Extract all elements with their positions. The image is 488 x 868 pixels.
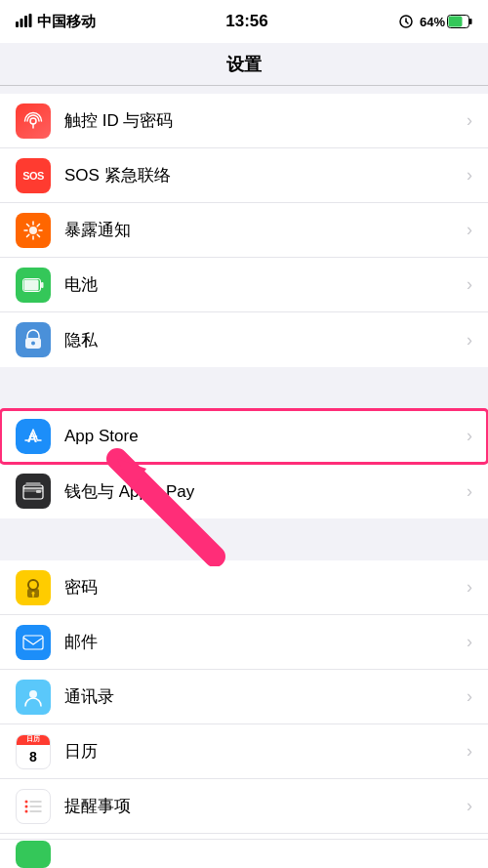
svg-rect-1 <box>20 19 23 27</box>
svg-rect-8 <box>448 17 462 27</box>
svg-rect-34 <box>23 636 43 649</box>
svg-rect-3 <box>29 14 32 27</box>
mail-icon <box>16 625 51 660</box>
reminders-chevron: › <box>467 796 472 816</box>
svg-point-36 <box>25 800 28 803</box>
svg-line-17 <box>37 234 39 236</box>
appstore-label: App Store <box>64 427 467 446</box>
settings-section-3: 密码 › 邮件 › 通讯录 › 日历 <box>0 560 488 868</box>
status-time: 13:56 <box>225 12 267 31</box>
mail-chevron: › <box>467 632 472 652</box>
svg-rect-2 <box>24 16 27 27</box>
svg-point-24 <box>31 342 35 346</box>
privacy-icon <box>16 322 51 357</box>
status-carrier: 中国移动 <box>16 13 96 31</box>
next-icon-partial <box>16 840 51 869</box>
svg-point-35 <box>29 690 37 698</box>
alarm-icon <box>398 13 414 31</box>
privacy-chevron: › <box>467 330 472 351</box>
svg-line-6 <box>406 21 408 23</box>
navigation-bar: 设置 <box>0 43 488 86</box>
reminders-row[interactable]: 提醒事项 › <box>0 779 488 834</box>
calendar-chevron: › <box>467 741 472 762</box>
contacts-chevron: › <box>467 686 472 707</box>
svg-line-19 <box>27 234 29 236</box>
sos-icon: SOS <box>16 158 51 193</box>
contacts-label: 通讯录 <box>64 685 467 708</box>
svg-point-37 <box>25 805 28 807</box>
section-gap-2 <box>0 518 488 553</box>
svg-point-38 <box>25 809 28 812</box>
section-gap-1 <box>0 367 488 401</box>
settings-section-1: 触控 ID 与密码 › SOS SOS 紧急联络 › 暴露通知 › <box>0 94 488 367</box>
svg-point-30 <box>28 580 38 590</box>
calendar-label: 日历 <box>64 740 467 763</box>
svg-rect-29 <box>36 490 41 493</box>
wallet-icon <box>16 474 51 509</box>
passwords-chevron: › <box>467 577 472 598</box>
battery-percentage: 64% <box>420 15 445 29</box>
appstore-row[interactable]: A App Store › <box>0 409 488 464</box>
touch-id-label: 触控 ID 与密码 <box>64 109 467 132</box>
reminders-icon <box>16 789 51 824</box>
wallet-label: 钱包与 Apple Pay <box>64 480 467 503</box>
privacy-row[interactable]: 隐私 › <box>0 312 488 367</box>
passwords-label: 密码 <box>64 576 467 599</box>
touch-id-chevron: › <box>467 110 472 131</box>
sos-row[interactable]: SOS SOS 紧急联络 › <box>0 148 488 203</box>
svg-rect-9 <box>469 19 472 24</box>
battery-label: 电池 <box>64 273 467 296</box>
mail-row[interactable]: 邮件 › <box>0 615 488 670</box>
exposure-row[interactable]: 暴露通知 › <box>0 203 488 258</box>
svg-rect-0 <box>16 21 19 27</box>
battery-chevron: › <box>467 274 472 295</box>
svg-point-10 <box>30 118 36 124</box>
sos-label: SOS 紧急联络 <box>64 164 467 186</box>
passwords-icon <box>16 570 51 605</box>
touch-id-row[interactable]: 触控 ID 与密码 › <box>0 94 488 148</box>
mail-label: 邮件 <box>64 631 467 653</box>
contacts-row[interactable]: 通讯录 › <box>0 670 488 724</box>
svg-rect-22 <box>41 282 44 288</box>
appstore-icon: A <box>16 419 51 454</box>
page-title: 设置 <box>226 53 262 76</box>
svg-line-16 <box>27 224 29 226</box>
battery-icon: 64% <box>420 15 472 29</box>
sos-icon-text: SOS <box>22 170 44 182</box>
exposure-label: 暴露通知 <box>64 219 467 241</box>
battery-row[interactable]: 电池 › <box>0 258 488 312</box>
sos-chevron: › <box>467 165 472 186</box>
svg-point-11 <box>29 227 37 234</box>
passwords-row[interactable]: 密码 › <box>0 560 488 615</box>
exposure-icon <box>16 213 51 248</box>
svg-line-18 <box>37 224 39 226</box>
battery-settings-icon <box>16 268 51 303</box>
status-icons: 64% <box>398 13 472 31</box>
carrier-name: 中国移动 <box>37 13 96 31</box>
exposure-chevron: › <box>467 220 472 240</box>
wallet-chevron: › <box>467 481 472 502</box>
wallet-row[interactable]: 钱包与 Apple Pay › <box>0 464 488 518</box>
signal-bars <box>16 14 33 30</box>
appstore-chevron: › <box>467 426 472 446</box>
settings-section-2: A App Store › 钱包与 Apple Pay › <box>0 409 488 518</box>
privacy-label: 隐私 <box>64 329 467 351</box>
status-bar: 中国移动 13:56 64% <box>0 0 488 43</box>
contacts-icon <box>16 680 51 715</box>
calendar-icon: 日历 8 <box>16 734 51 769</box>
touch-id-icon <box>16 103 51 139</box>
calendar-row[interactable]: 日历 8 日历 › <box>0 724 488 779</box>
reminders-label: 提醒事项 <box>64 795 467 817</box>
svg-rect-21 <box>24 279 39 290</box>
next-row-partial <box>0 839 488 868</box>
